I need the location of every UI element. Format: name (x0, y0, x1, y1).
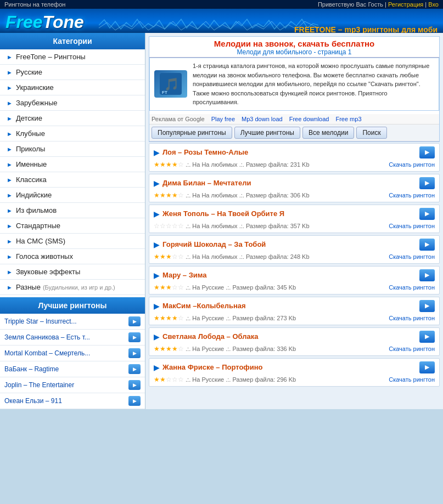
song-play-btn-4[interactable]: ▶ (419, 269, 435, 281)
sidebar-item-10[interactable]: ► Из фильмов (0, 203, 145, 218)
song-icon: ▶ (154, 302, 160, 310)
song-link-5[interactable]: МакСим –Колыбельная (162, 302, 246, 310)
sidebar-item-7[interactable]: ► Именные (0, 157, 145, 172)
sidebar-item-label: Классика (16, 175, 47, 184)
top-bar: Рингтоны на телефон Приветствую Вас Гост… (0, 0, 443, 9)
song-link-3[interactable]: Горячий Шоколад – За Тобой (162, 240, 266, 248)
sidebar-item-label: Зарубежные (16, 99, 58, 107)
all-btn[interactable]: Все мелодии (302, 127, 355, 139)
song-play-btn-7[interactable]: ▶ (419, 361, 435, 373)
sidebar-item-4[interactable]: ► Детские (0, 111, 145, 126)
sidebar-item-14[interactable]: ► Звуковые эффекты (0, 264, 145, 280)
sidebar-best-item-0: Tripple Star – Insurrect... ▶ (0, 314, 145, 330)
song-link-7[interactable]: Жанна Фриске – Портофино (162, 363, 262, 371)
song-link-0[interactable]: Лоя – Розы Темно-Алые (162, 148, 248, 156)
song-play-btn-0[interactable]: ▶ (419, 146, 435, 158)
star-icon: ★ (154, 284, 160, 291)
song-link-4[interactable]: Мару – Зима (162, 271, 206, 279)
star-icon: ★ (160, 161, 166, 168)
song-meta: ★★★★☆ .:. На Русские .:. Размер файла: 3… (149, 344, 439, 355)
best-item-link-4[interactable]: Joplin – The Entertainer (4, 381, 125, 389)
best-item-link-0[interactable]: Tripple Star – Insurrect... (4, 318, 125, 325)
song-play-btn-1[interactable]: ▶ (419, 177, 435, 189)
sidebar-item-5[interactable]: ► Клубные (0, 126, 145, 141)
sidebar-item-8[interactable]: ► Классика (0, 172, 145, 188)
play-free-link[interactable]: Play free (211, 116, 235, 122)
download-anchor-6[interactable]: Скачать рингтон (389, 346, 435, 352)
song-title-link: МакСим –Колыбельная (162, 302, 246, 310)
song-title-link: Светлана Лобода – Облака (162, 332, 258, 341)
sidebar-item-12[interactable]: ► На СМС (SMS) (0, 234, 145, 249)
search-btn[interactable]: Поиск (356, 127, 386, 139)
song-info-5: .:. На Русские .:. Размер файла: 273 Kb (186, 315, 296, 321)
song-play-btn-6[interactable]: ▶ (419, 331, 435, 343)
sidebar-item-0[interactable]: ► FreeTone – Рингтоны (0, 49, 145, 65)
sidebar-item-9[interactable]: ► Индийские (0, 188, 145, 203)
arrow-icon: ► (7, 131, 13, 137)
song-info-2: .:. На На любимых .:. Размер файла: 357 … (186, 223, 310, 229)
star-icon: ☆ (178, 222, 184, 230)
sidebar-item-label: Украинские (16, 83, 54, 92)
sidebar-item-label: Детские (16, 114, 42, 122)
star-icon: ★ (154, 314, 160, 322)
star-icon: ★ (166, 161, 172, 168)
best-play-btn-1[interactable]: ▶ (128, 332, 141, 342)
song-link-2[interactable]: Женя Тополь – На Твоей Орбите Я (162, 209, 284, 218)
download-anchor-2[interactable]: Скачать рингтон (389, 223, 435, 229)
best-play-btn-2[interactable]: ▶ (128, 348, 141, 358)
song-link-1[interactable]: Дима Билан – Мечтатели (162, 179, 251, 187)
svg-text:FT: FT (162, 90, 167, 95)
best-item-link-1[interactable]: Земля Санникова – Есть т... (4, 333, 125, 341)
sidebar-item-13[interactable]: ► Голоса животных (0, 249, 145, 264)
song-item: ▶ Светлана Лобода – Облака ▶ ★★★★☆ .:. Н… (149, 327, 440, 356)
best-item-link-3[interactable]: ВаБанк – Ragtime (4, 365, 125, 373)
best-play-btn-5[interactable]: ▶ (128, 396, 141, 406)
song-play-btn-3[interactable]: ▶ (419, 239, 435, 251)
best-play-btn-0[interactable]: ▶ (128, 316, 141, 326)
sidebar-item-label: Голоса животных (16, 252, 73, 261)
login-link[interactable]: Вхо (428, 1, 439, 8)
arrow-icon: ► (7, 100, 13, 106)
register-link[interactable]: Регистрация (388, 1, 423, 8)
sidebar-categories: ► FreeTone – Рингтоны ► Русские ► Украин… (0, 49, 145, 295)
best-item-link-2[interactable]: Mortal Kombat – Смертель... (4, 349, 125, 357)
download-anchor-7[interactable]: Скачать рингтон (389, 376, 435, 383)
free-download-link[interactable]: Free download (289, 116, 329, 122)
song-title-link: Дима Билан – Мечтатели (162, 179, 251, 187)
sidebar-best-item-2: Mortal Kombat – Смертель... ▶ (0, 346, 145, 361)
download-anchor-5[interactable]: Скачать рингтон (389, 315, 435, 321)
free-mp3-link[interactable]: Free mp3 (335, 116, 361, 122)
sidebar-best-item-4: Joplin – The Entertainer ▶ (0, 377, 145, 393)
song-play-btn-5[interactable]: ▶ (419, 300, 435, 312)
sidebar-item-3[interactable]: ► Зарубежные (0, 95, 145, 111)
sidebar-item-label: Индийские (16, 191, 52, 199)
best-play-btn-3[interactable]: ▶ (128, 364, 141, 374)
download-anchor-1[interactable]: Скачать рингтон (389, 192, 435, 199)
sidebar-item-15[interactable]: ► Разные (Будильники, из игр и др.) (0, 280, 145, 295)
star-icon: ★ (160, 345, 166, 353)
sidebar-item-11[interactable]: ► Стандартные (0, 218, 145, 234)
nav-buttons: Популярные рингтоны Лучшие рингтоны Все … (149, 124, 439, 141)
best-item-link-5[interactable]: Океан Ельзи – 911 (4, 397, 125, 405)
download-anchor-4[interactable]: Скачать рингтон (389, 284, 435, 291)
best-btn[interactable]: Лучшие рингтоны (234, 127, 300, 139)
sidebar-item-1[interactable]: ► Русские (0, 65, 145, 80)
topbar-right: Приветствую Вас Гость | Регистрация | Вх… (318, 1, 439, 8)
song-link-6[interactable]: Светлана Лобода – Облака (162, 332, 258, 341)
star-icon: ★ (160, 376, 166, 383)
popular-btn[interactable]: Популярные рингтоны (152, 127, 232, 139)
sidebar-item-6[interactable]: ► Приколы (0, 141, 145, 157)
download-anchor-3[interactable]: Скачать рингтон (389, 253, 435, 260)
sidebar-item-label: Разные (16, 283, 41, 291)
download-anchor-0[interactable]: Скачать рингтон (389, 161, 435, 168)
song-title-link: Жанна Фриске – Портофино (162, 363, 262, 371)
star-icon: ★ (160, 253, 166, 261)
song-play-btn-2[interactable]: ▶ (419, 208, 435, 220)
song-info-3: .:. На На любимых .:. Размер файла: 248 … (186, 253, 310, 260)
sidebar-item-label: Стандартные (16, 222, 60, 230)
song-meta: ★★★☆☆ .:. На На любимых .:. Размер файла… (149, 252, 439, 263)
mp3-download-link[interactable]: Mp3 down load (242, 116, 283, 122)
sidebar-item-2[interactable]: ► Украинские (0, 80, 145, 95)
song-icon: ▶ (154, 148, 160, 157)
best-play-btn-4[interactable]: ▶ (128, 380, 141, 390)
